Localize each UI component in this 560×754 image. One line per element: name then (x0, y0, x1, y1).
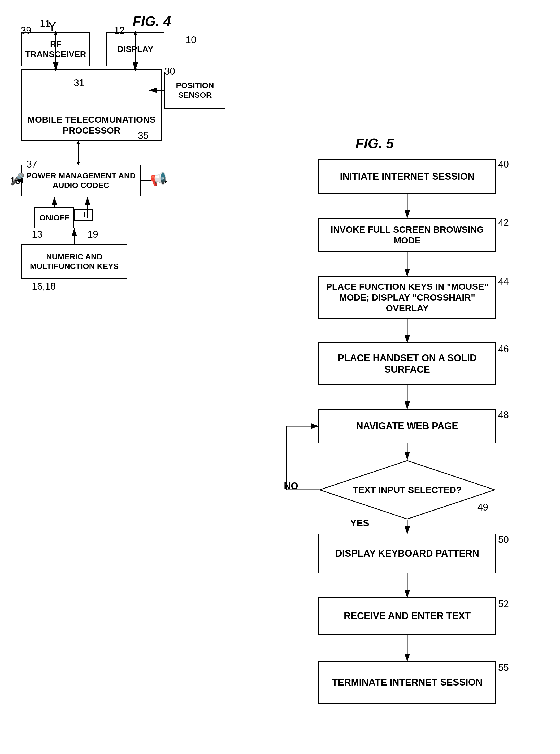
mic-icon: 🎤 (10, 172, 25, 186)
label-44: 44 (498, 276, 509, 287)
display-keyboard-box: DISPLAY KEYBOARD PATTERN (318, 534, 496, 574)
label-no: NO (284, 481, 298, 492)
fig5-title: FIG. 5 (356, 135, 394, 151)
label-35: 35 (138, 130, 148, 141)
label-31: 31 (74, 78, 84, 89)
label-52: 52 (498, 598, 509, 610)
label-12: 12 (114, 25, 125, 36)
position-sensor-box: POSITION SENSOR (164, 72, 225, 109)
label-50: 50 (498, 534, 509, 545)
full-screen-box: INVOKE FULL SCREEN BROWSING MODE (318, 218, 496, 252)
label-11: 11 (40, 18, 51, 29)
terminate-box: TERMINATE INTERNET SESSION (318, 661, 496, 703)
battery-icon: ⊣⊢ (74, 209, 93, 220)
label-40: 40 (498, 159, 509, 170)
label-13: 13 (32, 229, 42, 240)
numeric-keys-box: NUMERIC AND MULTIFUNCTION KEYS (21, 244, 127, 279)
label-19: 19 (87, 229, 98, 240)
power-management-box: POWER MANAGEMENT AND AUDIO CODEC (21, 165, 141, 196)
label-10: 10 (186, 35, 196, 46)
svg-marker-10 (76, 141, 80, 144)
place-keys-box: PLACE FUNCTION KEYS IN "MOUSE" MODE; DIS… (318, 276, 496, 318)
label-39: 39 (21, 25, 31, 36)
label-yes: YES (350, 518, 369, 529)
display-box: DISPLAY (106, 32, 164, 66)
fig4-title: FIG. 4 (133, 13, 171, 29)
page: FIG. 4 RF TRANSCEIVER DISPLAY GRAPHICS S… (0, 0, 560, 754)
place-handset-box: PLACE HANDSET ON A SOLID SURFACE (318, 343, 496, 385)
label-46: 46 (498, 344, 509, 355)
label-48: 48 (498, 409, 509, 421)
rf-transceiver-box: RF TRANSCEIVER (21, 32, 90, 66)
text-input-label: TEXT INPUT SELECTED? (318, 459, 496, 520)
text-input-diamond: TEXT INPUT SELECTED? (318, 459, 496, 520)
label-37: 37 (26, 159, 37, 170)
receive-text-box: RECEIVE AND ENTER TEXT (318, 597, 496, 635)
speaker-icon: 📢 (150, 171, 166, 187)
initiate-box: INITIATE INTERNET SESSION (318, 159, 496, 194)
label-55: 55 (498, 662, 509, 673)
label-42: 42 (498, 217, 509, 228)
label-49: 49 (478, 502, 488, 513)
label-16-18: 16,18 (32, 281, 56, 292)
on-off-box: ON/OFF (35, 207, 74, 228)
label-30: 30 (164, 66, 175, 77)
navigate-box: NAVIGATE WEB PAGE (318, 409, 496, 443)
